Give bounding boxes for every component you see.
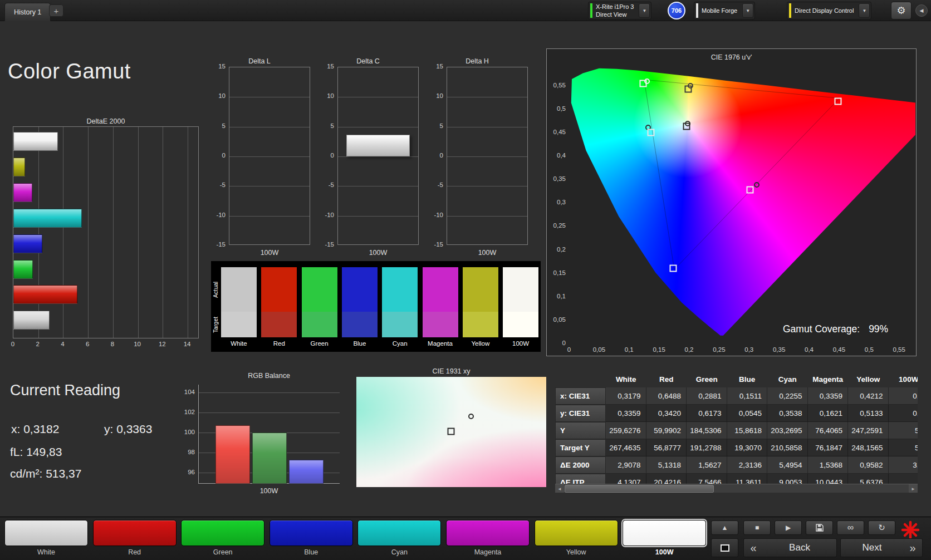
meter-count-badge[interactable]: 706	[668, 2, 685, 19]
y-tick-label: 0	[440, 152, 443, 159]
patch-label: Cyan	[357, 548, 441, 556]
y-tick-label: 0,1	[557, 293, 566, 299]
y-axis-labels: 151050-5-10-15	[209, 67, 226, 245]
up-arrow-icon: ▲	[722, 524, 728, 532]
meter-status-accent	[590, 3, 592, 18]
deltae-x-axis-labels: 02468101214	[13, 341, 199, 349]
source-selector-mobile-forge[interactable]: Mobile Forge ▼	[694, 2, 755, 19]
next-button[interactable]: Next »	[840, 538, 923, 557]
scroll-left-arrow-icon[interactable]: ◄	[555, 484, 564, 493]
swatch-100w: 100W	[503, 267, 538, 350]
swatch-yellow: Yellow	[463, 267, 498, 350]
x-axis-label: 100W	[447, 249, 528, 257]
swatch-name: Yellow	[463, 337, 498, 350]
table-cell: 0,1511	[727, 387, 768, 405]
y-tick-label: 102	[184, 409, 195, 415]
patch-button-green[interactable]: Green	[181, 520, 264, 559]
current-reading-title: Current Reading	[10, 382, 120, 399]
patch-button-blue[interactable]: Blue	[270, 520, 353, 559]
table-column-header: Red	[646, 371, 687, 387]
x-tick-label: 0,05	[593, 346, 605, 353]
table-cell: 0,9582	[848, 456, 889, 474]
patch-button-cyan[interactable]: Cyan	[357, 520, 441, 559]
y-tick-label: 0,55	[553, 82, 566, 89]
table-row: ΔE 20002,90785,13181,56272,31365,49541,5…	[555, 456, 918, 474]
swatch-name: Red	[261, 337, 297, 350]
deltae-chart-title: DeltaE 2000	[13, 117, 199, 125]
chevron-left-icon: ◀	[920, 8, 924, 13]
gridline	[138, 127, 139, 338]
table-column-header: Yellow	[848, 371, 889, 387]
scroll-right-arrow-icon[interactable]: ►	[909, 484, 918, 493]
rgb-balance-title: RGB Balance	[198, 372, 340, 380]
patch-button-red[interactable]: Red	[93, 520, 177, 559]
x-tick-label: 0,4	[805, 346, 814, 353]
meter-selector-xrite[interactable]: X-Rite i1Pro 3 Direct View ▼	[588, 2, 651, 19]
reading-y-value: y: 0,3363	[104, 423, 152, 436]
table-cell: 203,2695	[767, 422, 808, 439]
y-tick-label: 0,45	[553, 129, 566, 135]
link-button[interactable]: ∞	[837, 520, 864, 535]
back-button[interactable]: « Back	[743, 538, 837, 557]
gamut-coverage-label: Gamut Coverage:	[783, 323, 860, 335]
play-button[interactable]: ▶	[775, 520, 802, 535]
add-history-button[interactable]: +	[49, 4, 63, 17]
patch-color-chip	[357, 520, 441, 546]
meter-label: X-Rite i1Pro 3 Direct View	[596, 3, 634, 19]
patch-button-white[interactable]: White	[4, 520, 88, 559]
table-column-header: Magenta	[808, 371, 849, 387]
y-tick-label: 0,15	[553, 269, 566, 276]
pattern-up-button[interactable]: ▲	[711, 520, 738, 535]
source-label: Mobile Forge	[702, 7, 737, 14]
table-cell: 51	[889, 422, 918, 439]
display-control-selector[interactable]: Direct Display Control ▼	[787, 2, 871, 19]
collapse-panel-button[interactable]: ◀	[915, 4, 928, 17]
settings-gear-button[interactable]: ⚙	[891, 2, 912, 19]
swatch-magenta: Magenta	[423, 267, 458, 350]
table-cell: 210,5858	[767, 439, 808, 456]
table-cell: 2,3136	[727, 456, 768, 474]
x-tick-label: 4	[61, 341, 64, 347]
x-tick-label: 14	[184, 341, 191, 347]
table-scrollbar[interactable]: ◄ ►	[555, 484, 918, 493]
results-table: WhiteRedGreenBlueCyanMagentaYellow100Wx:…	[555, 371, 918, 493]
swatch-white: White	[221, 267, 257, 350]
target-marker	[447, 428, 454, 435]
table-cell: 0,6488	[646, 387, 687, 405]
save-button[interactable]	[806, 520, 833, 535]
gridline	[229, 127, 310, 127]
patch-button-100w[interactable]: 100W	[623, 520, 706, 559]
y-tick-label: -15	[216, 241, 226, 248]
swatch-target	[503, 312, 538, 337]
patch-button-magenta[interactable]: Magenta	[446, 520, 530, 559]
stop-button[interactable]: ■	[743, 520, 771, 535]
chevron-down-icon[interactable]: ▼	[639, 3, 650, 18]
source-line1: Mobile Forge	[702, 7, 737, 14]
y-tick-label: 96	[188, 469, 195, 475]
deltae-bar-blue	[13, 234, 42, 253]
x-tick-label: 0,5	[865, 346, 874, 353]
display-label: Direct Display Control	[795, 7, 854, 14]
gridline	[163, 127, 163, 338]
patch-label: White	[4, 548, 88, 556]
history-tab[interactable]: History 1	[4, 3, 51, 21]
pattern-window-button[interactable]	[711, 538, 738, 557]
swatch-actual	[463, 267, 498, 312]
patch-button-yellow[interactable]: Yellow	[535, 520, 618, 559]
table-cell: 0,3538	[767, 405, 808, 422]
refresh-icon: ↻	[878, 523, 885, 533]
chevron-down-icon[interactable]: ▼	[859, 3, 870, 18]
measured-marker	[754, 182, 759, 188]
scrollbar-thumb[interactable]	[565, 485, 714, 493]
table-cell: 0,0545	[727, 405, 768, 422]
table-cell: 59,9902	[646, 422, 687, 439]
x-tick-label: 0,3	[744, 346, 753, 353]
y-tick-label: 0,4	[557, 152, 566, 159]
y-tick-label: 5	[222, 122, 226, 129]
chevron-down-icon[interactable]: ▼	[742, 3, 753, 18]
target-marker	[648, 129, 655, 136]
gear-icon: ⚙	[896, 4, 905, 17]
refresh-button[interactable]: ↻	[868, 520, 895, 535]
gridline	[447, 156, 527, 157]
gridline	[338, 156, 418, 157]
